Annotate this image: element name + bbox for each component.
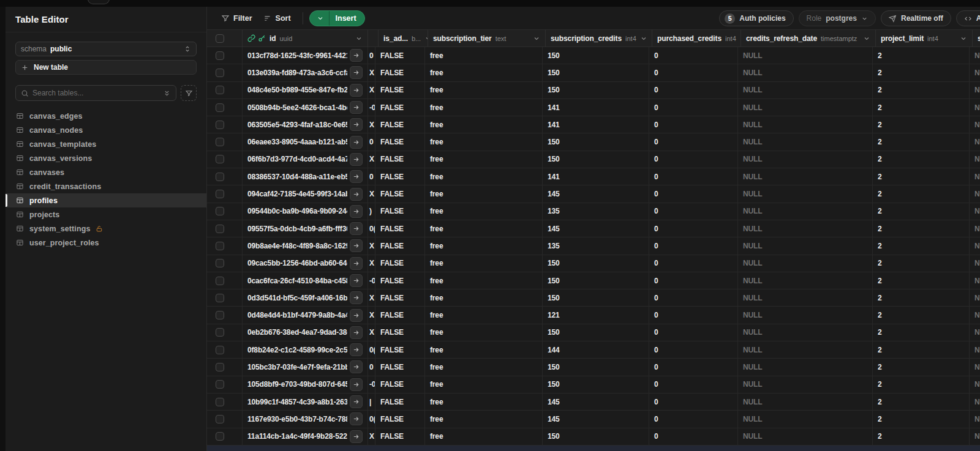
cell-is_admin[interactable]: FALSE	[375, 411, 425, 427]
cell-id[interactable]: 0f8b24e2-c1c2-4589-99ce-2c52d...	[243, 341, 368, 358]
column-header-refresh[interactable]: credits_refresh_datetimestamptz	[741, 30, 876, 47]
cell-is_admin[interactable]: FALSE	[375, 359, 425, 375]
cell-refresh[interactable]: NULL	[738, 237, 873, 254]
expand-row-button[interactable]	[350, 274, 363, 287]
sidebar-table-item-user_project_roles[interactable]: user_project_roles	[6, 236, 206, 250]
cell-refresh[interactable]: NULL	[738, 168, 873, 185]
cell-purchased[interactable]: 0	[649, 47, 738, 64]
insert-dropdown-segment[interactable]	[310, 11, 330, 26]
cell-credits[interactable]: 150	[543, 133, 649, 150]
cell-last[interactable]: NULL	[970, 116, 980, 133]
expand-row-button[interactable]	[350, 170, 363, 183]
cell-refresh[interactable]: NULL	[738, 307, 873, 323]
cell-clip[interactable]: X	[368, 307, 375, 323]
cell-limit[interactable]: 2	[873, 47, 970, 64]
row-checkbox[interactable]	[216, 51, 224, 60]
cell-id[interactable]: 06eaee33-8905-4aaa-b121-ab552...	[243, 133, 368, 150]
cell-is_admin[interactable]: FALSE	[375, 307, 425, 323]
cell-refresh[interactable]: NULL	[738, 99, 873, 116]
cell-credits[interactable]: 150	[543, 324, 649, 341]
cell-refresh[interactable]: NULL	[738, 324, 873, 341]
cell-limit[interactable]: 2	[873, 151, 970, 168]
row-checkbox[interactable]	[216, 432, 224, 441]
cell-limit[interactable]: 2	[873, 185, 970, 202]
cell-last[interactable]: NULL	[970, 307, 980, 323]
cell-purchased[interactable]: 0	[649, 220, 738, 237]
cell-limit[interactable]: 2	[873, 376, 970, 393]
cell-is_admin[interactable]: FALSE	[375, 116, 425, 133]
expand-row-button[interactable]	[350, 360, 363, 373]
cell-purchased[interactable]: 0	[649, 185, 738, 202]
cell-id[interactable]: 09b8ae4e-f48c-4f89-8a8c-1629b...	[243, 237, 368, 254]
cell-credits[interactable]: 135	[543, 203, 649, 220]
cell-credits[interactable]: 145	[543, 393, 649, 410]
cell-refresh[interactable]: NULL	[738, 272, 873, 289]
cell-refresh[interactable]: NULL	[738, 255, 873, 272]
cell-id[interactable]: 11a114cb-1a4c-49f4-9b28-52219ec...	[243, 428, 368, 445]
cell-purchased[interactable]: 0	[649, 393, 738, 410]
cell-refresh[interactable]: NULL	[738, 289, 873, 306]
cell-clip[interactable]: 0	[368, 359, 375, 375]
cell-purchased[interactable]: 0	[649, 428, 738, 445]
cell-last[interactable]: NULL	[970, 272, 980, 289]
cell-limit[interactable]: 2	[873, 99, 970, 116]
cell-credits[interactable]: 150	[543, 151, 649, 168]
role-select-button[interactable]: Role postgres	[799, 10, 876, 26]
cell-limit[interactable]: 2	[873, 428, 970, 445]
column-header-credits[interactable]: subscription_creditsint4	[546, 30, 652, 47]
cell-last[interactable]: NULL	[970, 47, 980, 64]
row-checkbox[interactable]	[216, 103, 224, 112]
cell-id[interactable]: 09cac5bb-1256-46bd-ab60-64ed...	[243, 255, 368, 272]
row-checkbox[interactable]	[216, 328, 224, 337]
insert-button[interactable]: Insert	[309, 10, 365, 26]
cell-id[interactable]: 08386537-10d4-488a-a11e-eb5a6...	[243, 168, 368, 185]
cell-purchased[interactable]: 0	[649, 411, 738, 427]
expand-row-button[interactable]	[350, 343, 363, 356]
row-checkbox[interactable]	[216, 155, 224, 163]
cell-tier[interactable]: free	[425, 359, 543, 375]
cell-tier[interactable]: free	[425, 272, 543, 289]
cell-limit[interactable]: 2	[873, 255, 970, 272]
sidebar-table-item-credit_transactions[interactable]: credit_transactions	[6, 179, 206, 193]
expand-row-button[interactable]	[350, 118, 363, 131]
cell-tier[interactable]: free	[425, 307, 543, 323]
api-docs-button[interactable]: API Do	[956, 10, 980, 26]
cell-last[interactable]: NULL	[970, 99, 980, 116]
cell-clip[interactable]: 0(	[368, 220, 375, 237]
cell-last[interactable]: NULL	[970, 324, 980, 341]
cell-tier[interactable]: free	[425, 203, 543, 220]
cell-last[interactable]: NULL	[970, 151, 980, 168]
cell-purchased[interactable]: 0	[649, 324, 738, 341]
cell-clip[interactable]: |	[368, 393, 375, 410]
cell-last[interactable]: NULL	[970, 82, 980, 99]
cell-clip[interactable]: X	[368, 324, 375, 341]
cell-clip[interactable]: X	[368, 82, 375, 99]
cell-refresh[interactable]: NULL	[738, 116, 873, 133]
cell-tier[interactable]: free	[425, 341, 543, 358]
expand-row-button[interactable]	[350, 257, 363, 270]
cell-tier[interactable]: free	[425, 133, 543, 150]
cell-is_admin[interactable]: FALSE	[375, 255, 425, 272]
cell-purchased[interactable]: 0	[649, 168, 738, 185]
expand-row-button[interactable]	[350, 378, 363, 391]
cell-limit[interactable]: 2	[873, 82, 970, 99]
cell-refresh[interactable]: NULL	[738, 428, 873, 445]
cell-limit[interactable]: 2	[873, 116, 970, 133]
row-checkbox[interactable]	[216, 138, 224, 146]
cell-last[interactable]: NULL	[970, 220, 980, 237]
cell-credits[interactable]: 150	[543, 359, 649, 375]
cell-last[interactable]: NULL	[970, 289, 980, 306]
chevron-down-icon[interactable]	[533, 35, 540, 42]
cell-credits[interactable]: 141	[543, 168, 649, 185]
cell-tier[interactable]: free	[425, 324, 543, 341]
sort-button[interactable]: Sort	[258, 14, 296, 23]
cell-is_admin[interactable]: FALSE	[375, 289, 425, 306]
expand-row-button[interactable]	[350, 49, 363, 62]
cell-id[interactable]: 10b99c1f-4857-4c39-a8b1-263b8...	[243, 393, 368, 410]
cell-refresh[interactable]: NULL	[738, 64, 873, 81]
cell-tier[interactable]: free	[425, 47, 543, 64]
row-checkbox[interactable]	[216, 69, 224, 77]
cell-limit[interactable]: 2	[873, 168, 970, 185]
cell-clip[interactable]: X	[368, 289, 375, 306]
row-checkbox[interactable]	[216, 380, 224, 389]
